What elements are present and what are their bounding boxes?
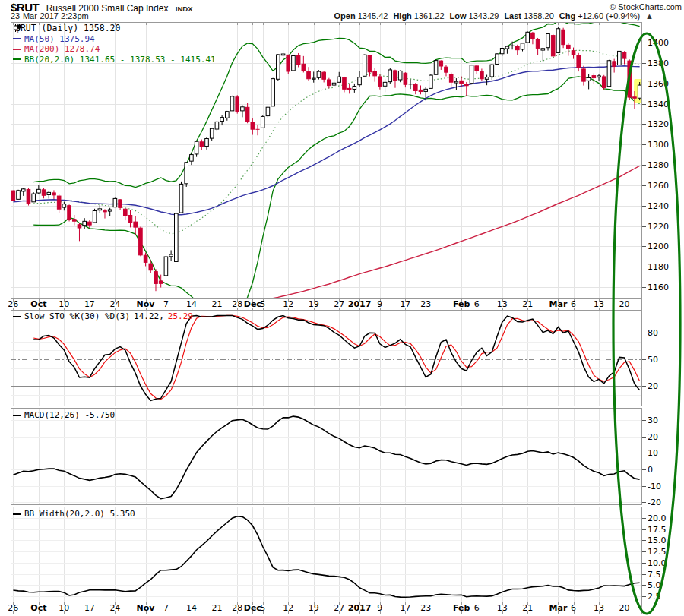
bb-swatch [13,58,21,60]
svg-text:15.0: 15.0 [648,535,667,545]
svg-text:17: 17 [84,603,95,613]
svg-text:17.5: 17.5 [648,525,667,535]
svg-text:27: 27 [334,603,344,613]
svg-text:6: 6 [474,299,480,309]
svg-text:10: 10 [59,603,69,613]
chg-value: +12.60 (+0.94%) [578,11,640,21]
svg-text:1200: 1200 [648,242,669,251]
svg-text:2017: 2017 [348,299,372,309]
macd-label-text: MACD(12,26) -5.750 [24,410,115,420]
svg-text:0: 0 [648,465,653,475]
sto-label-text: Slow STO %K(30) %D(3) [24,311,130,321]
svg-text:Mar: Mar [549,603,568,613]
high-value: 1361.22 [414,11,445,21]
svg-text:9: 9 [377,603,382,613]
svg-text:21: 21 [522,603,533,613]
svg-text:10.0: 10.0 [648,558,667,568]
svg-text:-20: -20 [648,498,661,507]
svg-text:7: 7 [163,603,169,613]
stock-chart-window: 1400138013601340132013001280126012401220… [0,0,684,616]
open-label: Open [334,11,356,21]
bbw-panel-label: BB Width(20,2.0) 5.350 [13,509,135,519]
bbw-line-swatch [13,513,21,515]
svg-text:13: 13 [594,603,604,613]
svg-text:27: 27 [334,299,344,309]
svg-text:23: 23 [420,299,431,309]
svg-text:20: 20 [648,432,658,442]
svg-text:17: 17 [400,603,410,613]
svg-text:20: 20 [619,603,630,613]
svg-text:13: 13 [497,299,508,309]
quote-strip: Open1345.42 High1361.22 Low1343.29 Last1… [334,11,654,21]
macd-line-swatch [13,415,21,416]
svg-text:1340: 1340 [648,100,669,109]
sto-d-line [33,315,639,399]
svg-text:12: 12 [283,299,293,309]
svg-text:Dec: Dec [244,603,261,613]
last-label: Last [504,11,521,21]
svg-text:2017: 2017 [348,603,372,613]
svg-text:6: 6 [474,603,480,613]
svg-text:21: 21 [211,603,222,613]
candles [11,27,646,291]
sto-line-swatch [13,316,21,317]
svg-text:5.0: 5.0 [648,580,661,590]
copyright: © StockCharts.com [610,2,682,11]
ma50-line [13,66,639,215]
svg-text:5: 5 [260,299,265,309]
sto-k-line [33,315,639,400]
svg-text:10: 10 [59,299,69,309]
svg-text:1240: 1240 [648,201,669,211]
svg-text:1320: 1320 [648,119,669,129]
svg-text:13: 13 [594,299,604,309]
legend-title: $RUT (Daily) 1358.20 [15,24,120,34]
svg-text:1400: 1400 [648,38,669,48]
svg-text:12: 12 [283,603,293,613]
sto-k-value: 14.22, [134,311,164,321]
legend-ma200: MA(200) 1278.74 [24,44,100,55]
svg-text:1300: 1300 [648,140,669,150]
svg-text:7.5: 7.5 [648,570,661,580]
svg-text:1260: 1260 [648,181,669,191]
svg-text:21: 21 [522,299,533,309]
sto-panel-label: Slow STO %K(30) %D(3) 14.22, 25.29 [13,311,193,321]
svg-text:20: 20 [619,299,630,309]
svg-text:20.0: 20.0 [648,513,667,523]
svg-text:6: 6 [571,299,576,309]
svg-text:28: 28 [232,603,242,613]
chart-datetime: 23-Mar-2017 2:23pm [11,11,89,21]
ma50-swatch [13,38,21,39]
svg-text:Oct: Oct [30,299,46,309]
svg-text:28: 28 [232,299,242,309]
svg-text:17: 17 [400,299,410,309]
exchange-label: INDX [176,5,193,13]
change-up-arrow-icon: ▲ [645,11,654,21]
svg-text:13: 13 [497,603,508,613]
svg-text:19: 19 [309,603,319,613]
chg-label: Chg [559,11,575,21]
svg-text:1220: 1220 [648,222,669,232]
svg-text:14: 14 [186,299,197,309]
last-value: 1358.20 [524,11,554,21]
svg-text:Dec: Dec [244,299,261,309]
svg-text:Oct: Oct [30,603,46,613]
svg-text:1180: 1180 [648,262,669,272]
svg-text:80: 80 [648,328,658,338]
svg-text:Feb: Feb [453,603,470,613]
svg-text:5: 5 [260,603,265,613]
svg-text:1280: 1280 [648,160,669,170]
svg-text:30: 30 [648,415,658,425]
svg-text:7: 7 [163,299,169,309]
ma200-swatch [13,49,21,50]
svg-text:1160: 1160 [648,283,669,292]
chart-canvas: 1400138013601340132013001280126012401220… [0,0,684,616]
svg-text:-10: -10 [648,482,661,491]
svg-text:Nov: Nov [137,299,156,309]
svg-text:6: 6 [571,603,576,613]
price-legend: $RUT (Daily) 1358.20 MA(50) 1375.94 MA(2… [13,24,216,65]
legend-bb: BB(20,2.0) 1341.65 - 1378.53 - 1415.41 [24,55,216,65]
svg-text:10: 10 [648,448,658,458]
svg-text:9: 9 [377,299,382,309]
macd-panel-label: MACD(12,26) -5.750 [13,410,115,420]
svg-text:17: 17 [84,299,95,309]
